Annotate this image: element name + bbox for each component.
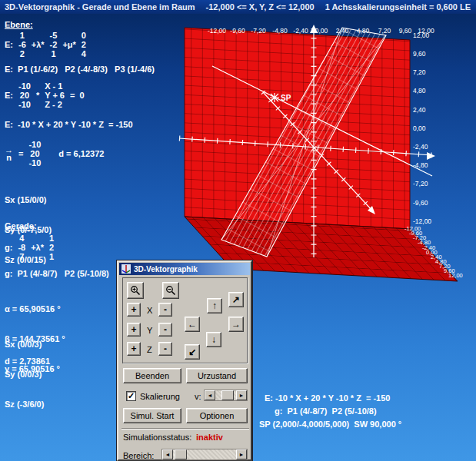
arrow-left-icon: ← xyxy=(188,320,197,329)
control-dialog: 3D-Vektorgraphik + X - + Y - + Z - ↑ ↗ ←… xyxy=(117,260,252,461)
pan-right-button[interactable]: → xyxy=(228,317,244,332)
y-axis-label: -2,40 xyxy=(422,244,435,251)
skalierung-checkbox[interactable]: ✓ xyxy=(126,391,136,401)
bereich-scroll-right-button[interactable]: ► xyxy=(236,449,247,459)
rotate-y-minus-button[interactable]: - xyxy=(158,323,172,337)
app-title-bar: 3D-Vektorgraphik - Gerade und Ebene im R… xyxy=(0,0,476,15)
skalierung-label: Skalierung xyxy=(140,392,180,401)
axis-z-label: Z xyxy=(147,345,152,354)
z-axis-label: -12,00 xyxy=(413,217,431,225)
scroll-right-icon: ► xyxy=(239,452,245,457)
y-axis-label: -9,60 xyxy=(409,230,422,237)
x-axis-label: -12,00 xyxy=(208,27,226,35)
x-axis xyxy=(179,138,435,160)
dialog-app-icon xyxy=(121,264,131,274)
sp-label: SP xyxy=(281,94,291,102)
urzustand-button[interactable]: Urzustand xyxy=(186,368,248,383)
overlay-plane-equation: E: -10 * X + 20 * Y -10 * Z = -150 xyxy=(265,393,390,403)
line-parametric-equation: g: 4 -8 7 +λ* 1 2 1 xyxy=(5,234,54,261)
dialog-title: 3D-Vektorgraphik xyxy=(134,265,198,274)
plane-coordinate-line: E: -10 * X + 20 * Y -10 * Z = -150 xyxy=(5,120,133,129)
z-axis-label: -7,20 xyxy=(413,180,428,187)
zoom-out-icon xyxy=(165,285,176,296)
x-axis-label: 4,80 xyxy=(357,27,370,35)
rotate-z-plus-button[interactable]: + xyxy=(127,342,141,356)
zoom-in-button[interactable] xyxy=(127,282,144,299)
bereich-scrollbar[interactable]: ◄ ► xyxy=(161,449,248,460)
zoom-in-icon xyxy=(130,285,141,296)
plane-distance: d = 6,12372 xyxy=(58,149,104,158)
x-axis-label: 9,60 xyxy=(399,27,412,35)
x-axis-label: -4,80 xyxy=(272,27,288,35)
scroll-left-icon: ◄ xyxy=(165,452,171,457)
z-axis xyxy=(310,25,318,257)
z-axis-label: -9,60 xyxy=(413,199,428,207)
back-wall-plane xyxy=(185,28,410,229)
simul-start-button[interactable]: Simul. Start xyxy=(123,408,181,423)
x-axis-label: -2,40 xyxy=(293,27,308,35)
axis-y-label: Y xyxy=(147,326,152,335)
y-axis-label: 0,00 xyxy=(426,249,438,256)
arrow-up-right-icon: ↗ xyxy=(232,295,240,304)
overlay-line-points: g: P1 (4/-8/7) P2 (5/-10/8) xyxy=(275,406,377,416)
z-axis-label: 2,40 xyxy=(413,106,426,114)
plane-points: E: P1 (1/-6/2) P2 (-4/-8/3) P3 (1/-4/6) xyxy=(5,65,155,74)
v-scroll-left-button[interactable]: ◄ xyxy=(205,390,215,400)
scroll-left-icon: ◄ xyxy=(208,393,213,398)
beenden-button[interactable]: Beenden xyxy=(123,368,181,383)
v-scroll-thumb[interactable] xyxy=(221,390,234,400)
line-axis-intersections: Sx (0/0/3) Sy (0/0/3) Sz (-3/6/0) xyxy=(5,320,44,420)
rotate-x-plus-button[interactable]: + xyxy=(127,303,141,317)
bereich-label: Bereich: xyxy=(123,451,154,460)
plane-heading: Ebene: xyxy=(5,20,33,29)
x-axis-label: -7,20 xyxy=(251,27,266,35)
line-points: g: P1 (4/-8/7) P2 (5/-10/8) xyxy=(5,269,109,278)
optionen-button[interactable]: Optionen xyxy=(186,408,248,423)
x-axis-label: 0,00 xyxy=(315,27,328,35)
axis-x-label: X xyxy=(147,306,152,315)
plane-parametric-equation: E: 1 -6 2 +λ* -5 -2 1 +μ* 0 2 4 xyxy=(5,31,86,58)
pan-left-button[interactable]: ← xyxy=(185,317,200,332)
arrow-up-icon: ↑ xyxy=(212,301,217,310)
arrow-down-icon: ↓ xyxy=(211,335,216,344)
x-axis-label: 7,20 xyxy=(378,27,391,35)
z-axis-label: 4,80 xyxy=(413,87,426,95)
arrow-right-icon: → xyxy=(231,320,241,329)
line-g xyxy=(212,66,432,176)
simulation-status-label: Simulationsstatus: xyxy=(123,433,191,442)
plane-param-prefix: E: xyxy=(5,40,13,49)
x-axis-label: 12,00 xyxy=(418,27,434,35)
line-distance: d = 2,73861 xyxy=(5,357,50,366)
scroll-right-icon: ► xyxy=(239,393,245,398)
coordinate-range: -12,000 <= X, Y, Z <= 12,000 xyxy=(206,2,315,12)
y-axis xyxy=(263,92,375,214)
v-scroll-track[interactable] xyxy=(215,390,236,400)
z-axis-label: 9,60 xyxy=(413,50,426,58)
y-axis-label: -12,00 xyxy=(404,225,421,232)
bereich-scroll-track[interactable] xyxy=(173,449,236,459)
bereich-scroll-thumb[interactable] xyxy=(175,449,187,459)
pan-down-left-button[interactable]: ↙ xyxy=(185,344,200,360)
zoom-out-button[interactable] xyxy=(162,282,179,299)
lambda-operator: +λ* xyxy=(31,243,44,252)
v-scrollbar[interactable]: ◄ ► xyxy=(204,390,248,401)
dialog-title-bar[interactable]: 3D-Vektorgraphik xyxy=(119,263,250,275)
y-axis-label: 4,80 xyxy=(435,258,447,265)
sp-marker xyxy=(270,93,279,102)
rotate-y-plus-button[interactable]: + xyxy=(127,323,141,337)
dialog-divider xyxy=(121,428,249,429)
z-axis-label: 0,00 xyxy=(413,124,426,132)
y-axis-label: 12,00 xyxy=(448,272,463,279)
rotate-z-minus-button[interactable]: - xyxy=(158,342,172,356)
pan-up-button[interactable]: ↑ xyxy=(207,298,222,313)
axis-scale-unit: 1 Achsskalierungseinheit = 0,600 LE xyxy=(325,2,471,12)
z-axis-label: -4,80 xyxy=(413,161,428,169)
bereich-scroll-left-button[interactable]: ◄ xyxy=(162,449,173,459)
z-axis-label: 12,00 xyxy=(413,32,430,39)
rotate-x-minus-button[interactable]: - xyxy=(158,303,172,317)
simulation-status-value: inaktiv xyxy=(196,433,223,442)
pan-up-right-button[interactable]: ↗ xyxy=(228,292,244,307)
mu-operator: +μ* xyxy=(62,40,75,49)
v-scroll-right-button[interactable]: ► xyxy=(236,390,247,400)
pan-down-button[interactable]: ↓ xyxy=(206,332,221,347)
